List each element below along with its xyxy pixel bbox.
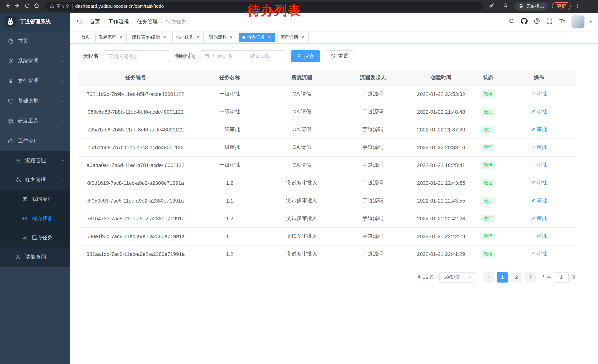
cell-actions: 审批 [502, 138, 576, 156]
close-icon[interactable] [195, 35, 200, 40]
caret-down-icon[interactable] [588, 20, 593, 24]
home-button[interactable] [32, 1, 42, 11]
page-size-select[interactable]: 10条/页 [440, 272, 475, 282]
status-badge: 激活 [481, 179, 496, 187]
cell-create-time: 2022-01-22 18:25:41 [408, 156, 474, 174]
sidebar-item-process-management[interactable]: 流程管理 [0, 151, 70, 170]
cell-task-id: 8f059c03-7ac8-11ec-a9e2-a2380e71991a [78, 192, 193, 210]
active-dot [242, 36, 245, 39]
close-icon[interactable] [162, 35, 167, 40]
close-icon[interactable] [267, 35, 272, 40]
cell-process: OA 请假 [266, 103, 338, 121]
process-name-input[interactable] [103, 50, 169, 62]
breadcrumb-workflow[interactable]: 工作流程 [100, 18, 129, 25]
sidebar-item-system[interactable]: 系统管理 [0, 51, 70, 71]
logo-bar[interactable]: 芋道管理系统 [0, 13, 70, 31]
cell-process: 测试多审批人 [266, 210, 338, 227]
process-name-label: 流程名 [83, 53, 99, 60]
cell-initiator: 芋道源码 [338, 210, 408, 227]
close-icon[interactable] [300, 35, 305, 40]
approve-action-link[interactable]: 审批 [531, 233, 547, 240]
font-size-button[interactable] [559, 18, 565, 26]
github-button[interactable] [521, 18, 528, 26]
tag-my-processes[interactable]: 我的流程 [206, 32, 237, 42]
cell-task-id: 73211d9d-7b9b-11ec-b5b7-acde48001122 [78, 85, 193, 103]
approve-action-link[interactable]: 审批 [531, 162, 547, 169]
approve-label: 审批 [537, 251, 547, 257]
sidebar-item-home[interactable]: 首页 [0, 31, 70, 51]
close-icon[interactable] [229, 35, 234, 40]
sidebar-item-devtools[interactable]: 研发工具 [0, 111, 70, 131]
approve-action-link[interactable]: 审批 [531, 251, 547, 257]
chat-icon [22, 196, 28, 202]
sidebar-item-task-management[interactable]: 任务管理 [0, 170, 70, 190]
password-key-button[interactable] [487, 1, 497, 11]
pencil-icon [531, 198, 535, 204]
approve-action-link[interactable]: 审批 [531, 126, 547, 133]
sidebar-item-leave-query[interactable]: 请假查询 [0, 247, 70, 267]
tag-start-process[interactable]: 发起流程 [95, 32, 127, 42]
start-date-placeholder: 开始日期 [212, 53, 244, 60]
forward-button[interactable] [13, 1, 22, 11]
approve-action-link[interactable]: 审批 [531, 215, 547, 222]
date-range-picker[interactable]: 开始日期 - 结束日期 [200, 50, 286, 62]
tree-icon [15, 177, 22, 183]
dashboard-icon [8, 38, 14, 44]
sidebar-item-infrastructure[interactable]: 基础设施 [0, 91, 70, 111]
help-button[interactable] [533, 18, 540, 26]
security-indicator[interactable]: 不安全 [50, 3, 70, 9]
breadcrumb-task-management[interactable]: 任务管理 [129, 18, 158, 25]
page-content: 流程名 创建时间 开始日期 - 结束日期 搜索 重 [70, 44, 598, 282]
approve-action-link[interactable]: 审批 [531, 144, 547, 151]
search-button[interactable] [508, 18, 515, 26]
next-page-button[interactable] [525, 272, 536, 282]
chrome-menu-button[interactable] [575, 3, 580, 10]
cell-initiator: 芋道源码 [338, 85, 408, 103]
cell-status: 激活 [474, 210, 502, 227]
tag-done-tasks[interactable]: 已办任务 [172, 32, 204, 42]
update-button[interactable]: 更新 [552, 2, 571, 10]
approve-action-link[interactable]: 审批 [531, 108, 547, 115]
cell-create-time: 2022-01-22 23:53:32 [408, 85, 474, 103]
approve-action-link[interactable]: 审批 [531, 197, 547, 204]
fullscreen-button[interactable] [546, 18, 553, 26]
cell-status: 激活 [474, 138, 502, 156]
user-avatar[interactable] [571, 15, 585, 29]
todo-task-table: 任务编号 任务名称 所属流程 流程发起人 创建时间 状态 操作 [78, 70, 576, 263]
reload-button[interactable] [22, 1, 32, 11]
cell-status: 激活 [474, 103, 502, 121]
sidebar-item-workflow[interactable]: 工作流程 [0, 131, 70, 151]
app-logo-icon [5, 16, 16, 27]
back-button[interactable] [3, 1, 13, 11]
goto-page-input[interactable] [554, 272, 569, 282]
search-button-primary[interactable]: 搜索 [291, 50, 320, 62]
breadcrumb-home[interactable]: 首页 [90, 18, 100, 25]
prev-page-button[interactable] [483, 272, 493, 282]
tag-home[interactable]: 首页 [78, 32, 93, 42]
approve-action-link[interactable]: 审批 [531, 91, 547, 97]
reset-button[interactable]: 重置 [325, 50, 354, 62]
cell-process: OA 请假 [266, 138, 338, 156]
page-button-1[interactable]: 1 [497, 272, 507, 282]
table-row: 73211d9d-7b9b-11ec-b5b7-acde48001122 一级审… [78, 85, 576, 103]
tags-view: 首页 发起流程 流程表单-编辑 已办任务 我的流程 待办任务 流程详情 [70, 31, 598, 44]
tag-todo-tasks[interactable]: 待办任务 [239, 32, 275, 42]
sidebar-item-my-processes[interactable]: 我的流程 [0, 190, 70, 209]
page-button-2[interactable]: 2 [511, 272, 522, 282]
briefcase-icon [8, 138, 14, 144]
forward-icon [15, 3, 20, 10]
tag-process-form-edit[interactable]: 流程表单-编辑 [129, 32, 170, 42]
sidebar-collapse-button[interactable] [76, 17, 84, 26]
sidebar-item-payment[interactable]: 支付管理 [0, 71, 70, 91]
create-time-label: 创建时间 [175, 53, 196, 60]
sidebar-item-todo-tasks[interactable]: 待办任务 [0, 209, 70, 228]
sidebar-item-done-tasks[interactable]: 已办任务 [0, 228, 70, 247]
home-icon [34, 3, 40, 10]
approve-action-link[interactable]: 审批 [531, 180, 547, 186]
cell-create-time: 2022-01-22 21:37:30 [408, 121, 474, 138]
bookmark-star-button[interactable] [500, 1, 510, 11]
close-icon[interactable] [118, 35, 123, 40]
address-bar[interactable]: 不安全 dashboard.yudao.iocoder.cn/bpm/task/… [45, 2, 483, 11]
tag-process-detail[interactable]: 流程详情 [277, 32, 309, 42]
chevron-down-icon [468, 275, 472, 279]
